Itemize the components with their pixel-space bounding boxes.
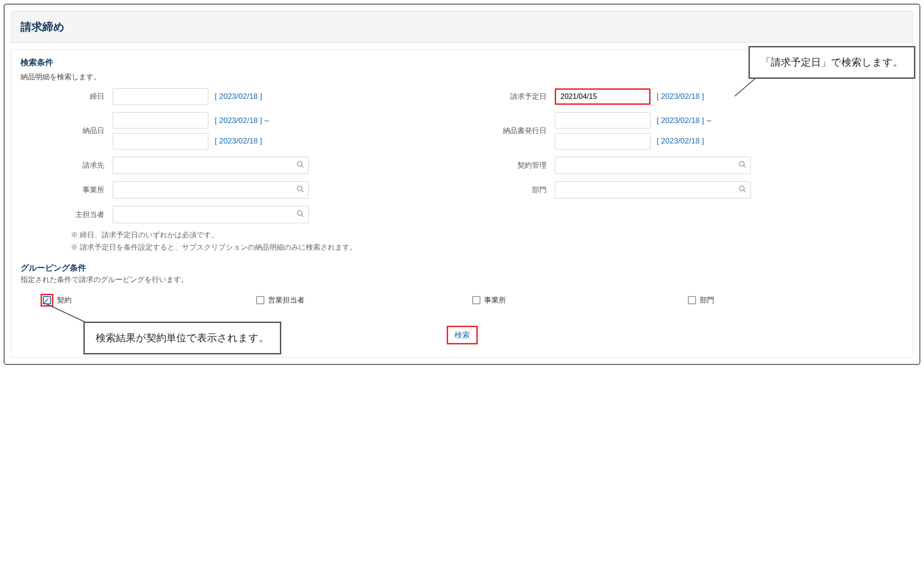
svg-line-4 <box>743 165 746 168</box>
title-bar: 請求締め <box>11 11 913 43</box>
grouping-description: 指定された条件で請求のグルーピングを行います。 <box>21 275 903 285</box>
label-department: 部門 <box>467 185 549 195</box>
grouping-options: 契約 営業担当者 事業所 部門 <box>21 294 903 307</box>
label-office: 事業所 <box>21 185 107 195</box>
svg-point-1 <box>297 161 302 166</box>
form-panel: 「請求予定日」で検索します。 検索条件 納品明細を検索します。 締日 [ 202… <box>11 49 913 358</box>
svg-point-7 <box>739 186 744 191</box>
checkbox-department-label: 部門 <box>700 296 714 305</box>
svg-point-5 <box>297 186 302 191</box>
label-closing-date: 締日 <box>21 92 107 102</box>
checkbox-office-label: 事業所 <box>484 296 506 305</box>
checkbox-contract-label: 契約 <box>57 296 72 305</box>
slip-to-helper[interactable]: [ 2023/02/18 ] <box>657 137 704 146</box>
main-staff-input[interactable] <box>118 210 296 219</box>
label-scheduled-bill-date: 請求予定日 <box>467 92 549 102</box>
svg-point-9 <box>297 210 302 215</box>
label-slip-issue-date: 納品書発行日 <box>467 126 549 136</box>
search-form: 締日 [ 2023/02/18 ] 請求予定日 [ 2023/02/18 ] 納… <box>21 88 903 223</box>
delivery-date-from-input[interactable] <box>113 112 208 128</box>
checkbox-contract[interactable] <box>43 296 51 304</box>
slip-from-helper[interactable]: [ 2023/02/18 ]～ <box>657 115 713 126</box>
svg-line-10 <box>301 215 304 217</box>
billing-to-lookup[interactable] <box>113 157 309 174</box>
app-frame: 請求締め 「請求予定日」で検索します。 検索条件 納品明細を検索します。 締日 … <box>4 4 920 365</box>
contract-mgmt-lookup[interactable] <box>555 157 751 174</box>
delivery-date-to-input[interactable] <box>113 133 208 149</box>
search-button[interactable]: 検索 <box>448 327 476 343</box>
search-icon[interactable] <box>738 185 747 195</box>
office-input[interactable] <box>118 186 296 194</box>
search-icon[interactable] <box>296 185 305 195</box>
label-main-staff: 主担当者 <box>21 210 107 220</box>
grouping-title: グルーピング条件 <box>21 262 903 273</box>
closing-date-input[interactable] <box>113 88 208 105</box>
department-lookup[interactable] <box>555 181 751 199</box>
office-lookup[interactable] <box>113 181 309 199</box>
closing-date-helper[interactable]: [ 2023/02/18 ] <box>215 92 262 101</box>
label-contract-mgmt: 契約管理 <box>467 161 549 170</box>
callout-scheduled-date: 「請求予定日」で検索します。 <box>748 46 915 79</box>
note-1: ※ 締日、請求予定日のいずれかは必須です。 <box>71 231 903 240</box>
slip-issue-from-input[interactable] <box>555 112 650 128</box>
slip-issue-to-input[interactable] <box>555 133 650 149</box>
svg-line-2 <box>301 165 304 168</box>
notes: ※ 締日、請求予定日のいずれかは必須です。 ※ 請求予定日を条件設定すると、サブ… <box>71 231 903 252</box>
search-icon[interactable] <box>296 210 305 220</box>
checkbox-office[interactable] <box>472 296 480 304</box>
label-delivery-date: 納品日 <box>21 126 107 136</box>
delivery-from-helper[interactable]: [ 2023/02/18 ]～ <box>215 115 271 126</box>
svg-point-3 <box>739 161 744 166</box>
scheduled-bill-date-helper[interactable]: [ 2023/02/18 ] <box>657 92 704 101</box>
checkbox-sales-rep[interactable] <box>256 296 264 304</box>
billing-to-input[interactable] <box>118 161 296 169</box>
search-icon[interactable] <box>738 160 747 171</box>
scheduled-bill-date-input[interactable] <box>555 88 650 105</box>
contract-mgmt-input[interactable] <box>560 161 738 169</box>
page-title: 請求締め <box>21 20 903 34</box>
main-staff-lookup[interactable] <box>113 206 309 223</box>
svg-line-8 <box>743 190 746 192</box>
checkbox-department[interactable] <box>688 296 696 304</box>
callout-contract-grouping: 検索結果が契約単位で表示されます。 <box>83 322 281 354</box>
checkbox-sales-rep-label: 営業担当者 <box>268 296 305 305</box>
delivery-to-helper[interactable]: [ 2023/02/18 ] <box>215 137 262 146</box>
note-2: ※ 請求予定日を条件設定すると、サブスクリプションの納品明細のみに検索されます。 <box>71 243 903 252</box>
search-icon[interactable] <box>296 160 305 171</box>
department-input[interactable] <box>560 186 738 194</box>
label-billing-to: 請求先 <box>21 161 107 170</box>
svg-line-6 <box>301 190 304 192</box>
